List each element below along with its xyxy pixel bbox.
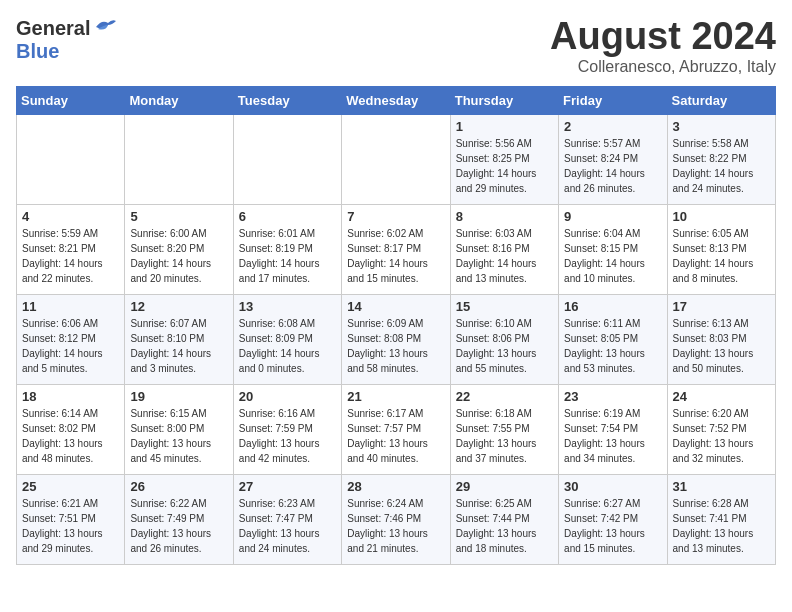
day-info: Sunrise: 6:23 AM Sunset: 7:47 PM Dayligh… — [239, 496, 336, 556]
calendar-week-row: 18Sunrise: 6:14 AM Sunset: 8:02 PM Dayli… — [17, 384, 776, 474]
day-info: Sunrise: 6:08 AM Sunset: 8:09 PM Dayligh… — [239, 316, 336, 376]
calendar-cell: 13Sunrise: 6:08 AM Sunset: 8:09 PM Dayli… — [233, 294, 341, 384]
day-info: Sunrise: 6:07 AM Sunset: 8:10 PM Dayligh… — [130, 316, 227, 376]
calendar-cell: 3Sunrise: 5:58 AM Sunset: 8:22 PM Daylig… — [667, 114, 775, 204]
weekday-header-friday: Friday — [559, 86, 667, 114]
calendar-cell: 15Sunrise: 6:10 AM Sunset: 8:06 PM Dayli… — [450, 294, 558, 384]
day-info: Sunrise: 5:56 AM Sunset: 8:25 PM Dayligh… — [456, 136, 553, 196]
day-info: Sunrise: 6:02 AM Sunset: 8:17 PM Dayligh… — [347, 226, 444, 286]
day-number: 14 — [347, 299, 444, 314]
day-number: 23 — [564, 389, 661, 404]
month-title: August 2024 — [550, 16, 776, 58]
weekday-header-saturday: Saturday — [667, 86, 775, 114]
calendar-cell: 23Sunrise: 6:19 AM Sunset: 7:54 PM Dayli… — [559, 384, 667, 474]
day-info: Sunrise: 6:19 AM Sunset: 7:54 PM Dayligh… — [564, 406, 661, 466]
calendar-cell: 27Sunrise: 6:23 AM Sunset: 7:47 PM Dayli… — [233, 474, 341, 564]
day-info: Sunrise: 6:03 AM Sunset: 8:16 PM Dayligh… — [456, 226, 553, 286]
weekday-header-row: SundayMondayTuesdayWednesdayThursdayFrid… — [17, 86, 776, 114]
calendar-cell — [233, 114, 341, 204]
day-number: 12 — [130, 299, 227, 314]
day-info: Sunrise: 6:14 AM Sunset: 8:02 PM Dayligh… — [22, 406, 119, 466]
weekday-header-tuesday: Tuesday — [233, 86, 341, 114]
day-number: 4 — [22, 209, 119, 224]
calendar-cell: 20Sunrise: 6:16 AM Sunset: 7:59 PM Dayli… — [233, 384, 341, 474]
day-info: Sunrise: 6:06 AM Sunset: 8:12 PM Dayligh… — [22, 316, 119, 376]
day-number: 2 — [564, 119, 661, 134]
day-number: 20 — [239, 389, 336, 404]
day-info: Sunrise: 6:04 AM Sunset: 8:15 PM Dayligh… — [564, 226, 661, 286]
day-number: 31 — [673, 479, 770, 494]
calendar-week-row: 25Sunrise: 6:21 AM Sunset: 7:51 PM Dayli… — [17, 474, 776, 564]
day-number: 11 — [22, 299, 119, 314]
day-info: Sunrise: 6:13 AM Sunset: 8:03 PM Dayligh… — [673, 316, 770, 376]
calendar-cell: 2Sunrise: 5:57 AM Sunset: 8:24 PM Daylig… — [559, 114, 667, 204]
calendar-cell: 24Sunrise: 6:20 AM Sunset: 7:52 PM Dayli… — [667, 384, 775, 474]
calendar-cell: 31Sunrise: 6:28 AM Sunset: 7:41 PM Dayli… — [667, 474, 775, 564]
day-info: Sunrise: 6:11 AM Sunset: 8:05 PM Dayligh… — [564, 316, 661, 376]
day-number: 21 — [347, 389, 444, 404]
logo-text-blue: Blue — [16, 40, 59, 62]
day-info: Sunrise: 6:20 AM Sunset: 7:52 PM Dayligh… — [673, 406, 770, 466]
day-info: Sunrise: 5:58 AM Sunset: 8:22 PM Dayligh… — [673, 136, 770, 196]
day-number: 9 — [564, 209, 661, 224]
title-area: August 2024 Colleranesco, Abruzzo, Italy — [550, 16, 776, 76]
day-info: Sunrise: 6:17 AM Sunset: 7:57 PM Dayligh… — [347, 406, 444, 466]
day-number: 29 — [456, 479, 553, 494]
day-number: 17 — [673, 299, 770, 314]
day-number: 13 — [239, 299, 336, 314]
weekday-header-monday: Monday — [125, 86, 233, 114]
day-number: 5 — [130, 209, 227, 224]
day-info: Sunrise: 6:01 AM Sunset: 8:19 PM Dayligh… — [239, 226, 336, 286]
day-number: 3 — [673, 119, 770, 134]
day-info: Sunrise: 6:21 AM Sunset: 7:51 PM Dayligh… — [22, 496, 119, 556]
calendar-cell: 17Sunrise: 6:13 AM Sunset: 8:03 PM Dayli… — [667, 294, 775, 384]
calendar-cell: 12Sunrise: 6:07 AM Sunset: 8:10 PM Dayli… — [125, 294, 233, 384]
calendar-week-row: 4Sunrise: 5:59 AM Sunset: 8:21 PM Daylig… — [17, 204, 776, 294]
day-number: 26 — [130, 479, 227, 494]
day-number: 15 — [456, 299, 553, 314]
calendar-cell: 6Sunrise: 6:01 AM Sunset: 8:19 PM Daylig… — [233, 204, 341, 294]
day-number: 25 — [22, 479, 119, 494]
day-number: 27 — [239, 479, 336, 494]
day-number: 24 — [673, 389, 770, 404]
day-number: 22 — [456, 389, 553, 404]
calendar-cell: 21Sunrise: 6:17 AM Sunset: 7:57 PM Dayli… — [342, 384, 450, 474]
calendar-cell: 28Sunrise: 6:24 AM Sunset: 7:46 PM Dayli… — [342, 474, 450, 564]
calendar-cell: 30Sunrise: 6:27 AM Sunset: 7:42 PM Dayli… — [559, 474, 667, 564]
day-number: 7 — [347, 209, 444, 224]
day-info: Sunrise: 5:59 AM Sunset: 8:21 PM Dayligh… — [22, 226, 119, 286]
logo: General Blue — [16, 16, 116, 62]
day-info: Sunrise: 6:05 AM Sunset: 8:13 PM Dayligh… — [673, 226, 770, 286]
calendar-cell: 5Sunrise: 6:00 AM Sunset: 8:20 PM Daylig… — [125, 204, 233, 294]
day-info: Sunrise: 6:27 AM Sunset: 7:42 PM Dayligh… — [564, 496, 661, 556]
day-info: Sunrise: 6:09 AM Sunset: 8:08 PM Dayligh… — [347, 316, 444, 376]
calendar-table: SundayMondayTuesdayWednesdayThursdayFrid… — [16, 86, 776, 565]
calendar-cell: 10Sunrise: 6:05 AM Sunset: 8:13 PM Dayli… — [667, 204, 775, 294]
calendar-cell: 22Sunrise: 6:18 AM Sunset: 7:55 PM Dayli… — [450, 384, 558, 474]
weekday-header-sunday: Sunday — [17, 86, 125, 114]
calendar-cell — [17, 114, 125, 204]
calendar-cell: 8Sunrise: 6:03 AM Sunset: 8:16 PM Daylig… — [450, 204, 558, 294]
day-info: Sunrise: 6:28 AM Sunset: 7:41 PM Dayligh… — [673, 496, 770, 556]
calendar-cell: 26Sunrise: 6:22 AM Sunset: 7:49 PM Dayli… — [125, 474, 233, 564]
calendar-cell: 18Sunrise: 6:14 AM Sunset: 8:02 PM Dayli… — [17, 384, 125, 474]
calendar-cell: 25Sunrise: 6:21 AM Sunset: 7:51 PM Dayli… — [17, 474, 125, 564]
day-number: 1 — [456, 119, 553, 134]
day-number: 18 — [22, 389, 119, 404]
day-info: Sunrise: 6:10 AM Sunset: 8:06 PM Dayligh… — [456, 316, 553, 376]
day-number: 30 — [564, 479, 661, 494]
day-number: 19 — [130, 389, 227, 404]
calendar-cell — [342, 114, 450, 204]
day-info: Sunrise: 6:00 AM Sunset: 8:20 PM Dayligh… — [130, 226, 227, 286]
day-info: Sunrise: 6:16 AM Sunset: 7:59 PM Dayligh… — [239, 406, 336, 466]
calendar-cell: 11Sunrise: 6:06 AM Sunset: 8:12 PM Dayli… — [17, 294, 125, 384]
day-number: 16 — [564, 299, 661, 314]
day-info: Sunrise: 6:25 AM Sunset: 7:44 PM Dayligh… — [456, 496, 553, 556]
logo-text-general: General — [16, 17, 90, 39]
day-info: Sunrise: 6:22 AM Sunset: 7:49 PM Dayligh… — [130, 496, 227, 556]
calendar-cell: 7Sunrise: 6:02 AM Sunset: 8:17 PM Daylig… — [342, 204, 450, 294]
day-info: Sunrise: 5:57 AM Sunset: 8:24 PM Dayligh… — [564, 136, 661, 196]
calendar-cell: 29Sunrise: 6:25 AM Sunset: 7:44 PM Dayli… — [450, 474, 558, 564]
day-info: Sunrise: 6:15 AM Sunset: 8:00 PM Dayligh… — [130, 406, 227, 466]
page-header: General Blue August 2024 Colleranesco, A… — [16, 16, 776, 76]
